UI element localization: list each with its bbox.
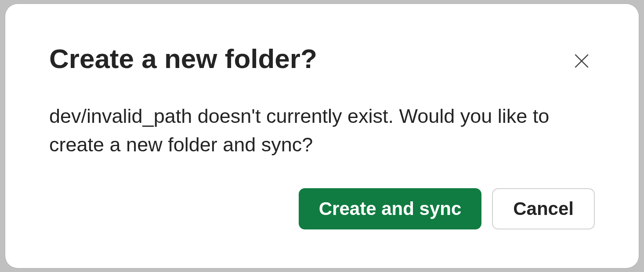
dialog-footer: Create and sync Cancel — [299, 188, 595, 229]
create-and-sync-button[interactable]: Create and sync — [299, 188, 481, 229]
close-icon — [572, 51, 591, 72]
confirmation-dialog: Create a new folder? dev/invalid_path do… — [5, 4, 639, 268]
dialog-message: dev/invalid_path doesn't currently exist… — [49, 102, 576, 159]
dialog-title: Create a new folder? — [49, 43, 317, 75]
cancel-button[interactable]: Cancel — [492, 188, 595, 229]
dialog-header: Create a new folder? — [49, 43, 595, 75]
close-button[interactable] — [568, 48, 595, 75]
